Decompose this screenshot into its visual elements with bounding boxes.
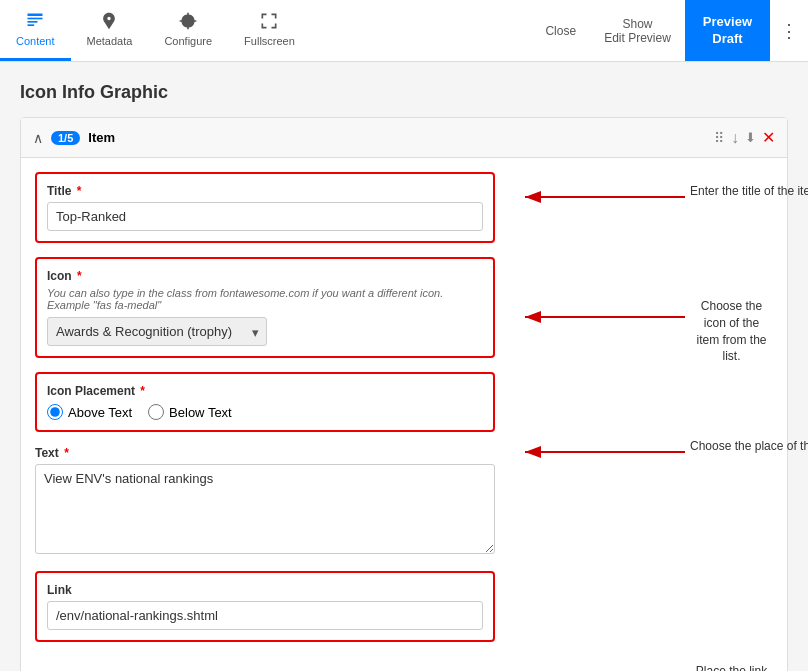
annotation-icon: Choose the icon of theitem from the list… [515,302,773,335]
icon-select-wrap: Awards & Recognition (trophy) Star (star… [47,317,267,346]
svg-rect-0 [28,14,43,17]
radio-below-input[interactable] [148,404,164,420]
preview-draft-label: PreviewDraft [703,14,752,48]
content-icon [25,11,45,31]
annotation-link-text: Place the link of the page thatdescribes… [690,662,773,671]
move-down-icon[interactable]: ↓ [731,129,739,147]
card-header-actions: ⠿ ↓ ⬇ ✕ [714,128,775,147]
edit-preview-button[interactable]: ShowEdit Preview [590,9,685,53]
annotation-placement-text: Choose the place of the icon [690,439,808,453]
text-textarea[interactable] [35,464,495,554]
icon-placement-radio-group: Above Text Below Text [47,404,483,420]
radio-above-label: Above Text [68,405,132,420]
icon-select[interactable]: Awards & Recognition (trophy) Star (star… [47,317,267,346]
annotation-title-text: Enter the title of the item [690,184,808,198]
title-label: Title * [47,184,483,198]
download-icon[interactable]: ⬇ [745,130,756,145]
tab-configure-label: Configure [164,35,212,47]
annotation-placement: Choose the place of the icon [515,437,773,470]
tab-fullscreen-label: Fullscreen [244,35,295,47]
text-field-group: Text * [35,446,495,557]
link-field-group: Link [35,571,495,642]
title-field-group: Title * [35,172,495,243]
remove-item-icon[interactable]: ✕ [762,128,775,147]
preview-draft-button[interactable]: PreviewDraft [685,0,770,61]
svg-rect-2 [28,21,38,23]
tab-metadata-label: Metadata [87,35,133,47]
annotation-title-arrow [515,182,715,212]
annotation-placement-arrow [515,437,715,467]
radio-above-text[interactable]: Above Text [47,404,132,420]
card-body: Title * Icon * You can also type in the … [21,158,787,671]
form-fields: Title * Icon * You can also type in the … [35,172,495,671]
tab-content[interactable]: Content [0,0,71,61]
icon-hint: You can also type in the class from font… [47,287,483,311]
page-title: Icon Info Graphic [20,82,788,103]
fullscreen-icon [259,11,279,31]
tab-metadata[interactable]: Metadata [71,0,149,61]
link-label: Link [47,583,483,597]
link-input[interactable] [47,601,483,630]
item-card: ∧ 1/5 Item ⠿ ↓ ⬇ ✕ Title * [20,117,788,671]
annotation-icon-arrow [515,302,715,332]
drag-handle-icon[interactable]: ⠿ [714,130,725,146]
card-header: ∧ 1/5 Item ⠿ ↓ ⬇ ✕ [21,118,787,158]
more-menu-button[interactable]: ⋮ [770,12,808,50]
svg-rect-1 [28,18,43,20]
main-content: Icon Info Graphic ∧ 1/5 Item ⠿ ↓ ⬇ ✕ [0,62,808,671]
radio-above-input[interactable] [47,404,63,420]
configure-icon [178,11,198,31]
svg-rect-3 [28,24,35,26]
tab-content-label: Content [16,35,55,47]
collapse-button[interactable]: ∧ [33,130,43,146]
toolbar: Content Metadata Configure Fullscreen Cl… [0,0,808,62]
icon-placement-field-group: Icon Placement * Above Text Below Text [35,372,495,432]
tab-fullscreen[interactable]: Fullscreen [228,0,311,61]
annotation-title: Enter the title of the item [515,182,773,215]
annotation-icon-text: Choose the icon of theitem from the list… [690,298,773,365]
toolbar-right: Close ShowEdit Preview PreviewDraft ⋮ [531,0,808,61]
annotations-panel: Enter the title of the item Ch [515,172,773,671]
text-label: Text * [35,446,495,460]
close-button[interactable]: Close [531,16,590,46]
card-header-title: Item [88,130,706,145]
radio-below-text[interactable]: Below Text [148,404,232,420]
icon-placement-label: Icon Placement * [47,384,483,398]
metadata-icon [99,11,119,31]
icon-label: Icon * [47,269,483,283]
item-badge: 1/5 [51,131,80,145]
tab-configure[interactable]: Configure [148,0,228,61]
edit-preview-label: ShowEdit Preview [604,17,671,45]
icon-field-group: Icon * You can also type in the class fr… [35,257,495,358]
title-input[interactable] [47,202,483,231]
radio-below-label: Below Text [169,405,232,420]
